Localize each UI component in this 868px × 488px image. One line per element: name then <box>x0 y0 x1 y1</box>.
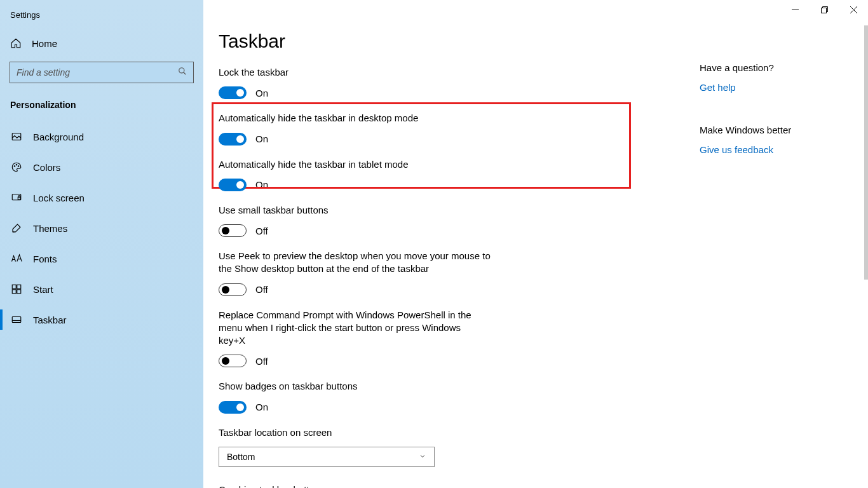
home-label: Home <box>32 38 57 49</box>
setting-badges: Show badges on taskbar buttons On <box>219 380 562 413</box>
setting-lock-taskbar: Lock the taskbar On <box>219 66 562 99</box>
setting-label: Use Peek to preview the desktop when you… <box>219 250 492 276</box>
nav-label: Colors <box>33 162 60 173</box>
toggle-peek[interactable] <box>219 283 247 296</box>
main-content: Taskbar Lock the taskbar On Automaticall… <box>203 0 700 488</box>
setting-powershell: Replace Command Prompt with Windows Powe… <box>219 309 485 368</box>
svg-rect-9 <box>17 285 21 288</box>
setting-small-buttons: Use small taskbar buttons Off <box>219 204 562 237</box>
sidebar: Settings Home Personalization Background… <box>0 0 203 488</box>
setting-auto-hide-tablet: Automatically hide the taskbar in tablet… <box>219 158 562 191</box>
right-panel: Have a question? Get help Make Windows b… <box>700 0 868 488</box>
chevron-down-icon <box>419 452 426 462</box>
nav-item-taskbar[interactable]: Taskbar <box>0 304 203 335</box>
search-icon <box>178 67 187 78</box>
nav-label: Fonts <box>33 254 57 264</box>
setting-label: Taskbar location on screen <box>219 426 562 439</box>
svg-rect-8 <box>12 285 16 288</box>
feedback-heading: Make Windows better <box>700 125 855 135</box>
toggle-small-buttons[interactable] <box>219 224 247 237</box>
maximize-button[interactable] <box>810 0 839 19</box>
toggle-state: Off <box>255 226 268 236</box>
toggle-badges[interactable] <box>219 401 247 414</box>
svg-rect-12 <box>12 317 21 323</box>
svg-line-1 <box>184 72 186 75</box>
nav-item-start[interactable]: Start <box>0 274 203 304</box>
svg-point-5 <box>18 166 19 167</box>
setting-label: Show badges on taskbar buttons <box>219 380 562 393</box>
fonts-icon <box>10 252 23 265</box>
toggle-state: Off <box>255 284 268 295</box>
nav-item-background[interactable]: Background <box>0 121 203 152</box>
setting-auto-hide-desktop: Automatically hide the taskbar in deskto… <box>219 112 562 145</box>
nav-item-themes[interactable]: Themes <box>0 213 203 243</box>
setting-label: Automatically hide the taskbar in tablet… <box>219 158 562 171</box>
home-icon <box>10 37 22 49</box>
window-title: Settings <box>0 8 203 31</box>
svg-rect-15 <box>821 8 826 13</box>
start-icon <box>10 283 23 295</box>
setting-combine: Combine taskbar buttons Always, hide lab… <box>219 484 562 488</box>
setting-label: Replace Command Prompt with Windows Powe… <box>219 309 485 348</box>
nav-label: Taskbar <box>33 315 67 325</box>
toggle-state: On <box>255 133 268 144</box>
nav-label: Themes <box>33 223 67 234</box>
toggle-state: On <box>255 402 268 412</box>
toggle-auto-hide-tablet[interactable] <box>219 179 247 191</box>
search-input[interactable] <box>17 67 178 78</box>
select-taskbar-location[interactable]: Bottom <box>219 447 435 467</box>
setting-label: Combine taskbar buttons <box>219 484 562 488</box>
toggle-lock-taskbar[interactable] <box>219 86 247 99</box>
give-feedback-link[interactable]: Give us feedback <box>700 144 855 155</box>
picture-icon <box>10 130 23 143</box>
svg-rect-7 <box>18 197 20 200</box>
svg-point-3 <box>14 166 15 167</box>
close-button[interactable] <box>839 0 868 19</box>
get-help-link[interactable]: Get help <box>700 82 855 93</box>
select-value: Bottom <box>227 452 255 462</box>
svg-rect-11 <box>17 290 21 294</box>
nav-item-colors[interactable]: Colors <box>0 152 203 182</box>
help-heading: Have a question? <box>700 62 855 73</box>
toggle-state: Off <box>255 356 268 367</box>
page-title: Taskbar <box>219 30 684 52</box>
svg-point-0 <box>179 68 184 73</box>
nav-label: Background <box>33 132 84 142</box>
nav-label: Start <box>33 284 53 295</box>
toggle-state: On <box>255 88 268 98</box>
lock-screen-icon <box>10 191 23 204</box>
svg-point-4 <box>16 165 17 166</box>
setting-peek: Use Peek to preview the desktop when you… <box>219 250 492 296</box>
svg-rect-10 <box>12 290 16 294</box>
category-header: Personalization <box>0 96 203 121</box>
nav-item-fonts[interactable]: Fonts <box>0 243 203 274</box>
search-box[interactable] <box>10 62 194 83</box>
setting-label: Lock the taskbar <box>219 66 562 79</box>
setting-label: Automatically hide the taskbar in deskto… <box>219 112 562 125</box>
palette-icon <box>10 161 23 173</box>
toggle-state: On <box>255 179 268 190</box>
taskbar-icon <box>10 313 23 326</box>
themes-icon <box>10 222 23 234</box>
scrollbar[interactable] <box>864 25 868 280</box>
setting-location: Taskbar location on screen Bottom <box>219 426 562 467</box>
minimize-button[interactable] <box>780 0 810 19</box>
window-controls <box>780 0 868 19</box>
nav-item-lock-screen[interactable]: Lock screen <box>0 182 203 213</box>
nav-label: Lock screen <box>33 193 85 203</box>
nav-home[interactable]: Home <box>0 31 203 55</box>
toggle-auto-hide-desktop[interactable] <box>219 133 247 146</box>
toggle-powershell[interactable] <box>219 355 247 367</box>
setting-label: Use small taskbar buttons <box>219 204 562 217</box>
